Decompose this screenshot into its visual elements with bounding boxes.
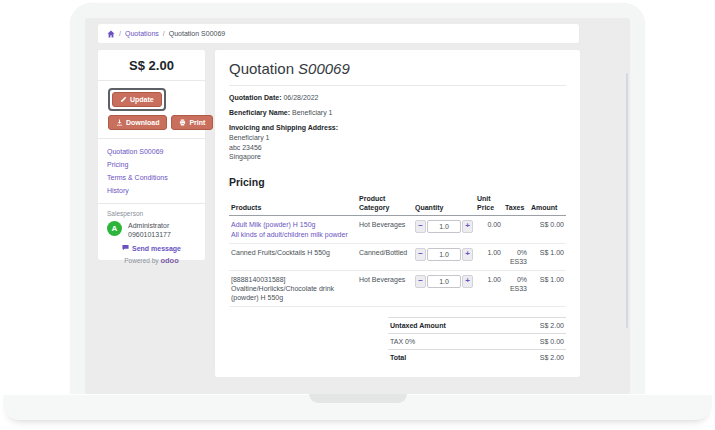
- total-label: Total: [390, 354, 406, 361]
- laptop-frame: / Quotations / Quotation S00069 S$ 2.00 …: [70, 3, 645, 395]
- sidebar: S$ 2.00 Update: [98, 50, 205, 260]
- col-amount: Amount: [529, 191, 566, 216]
- breadcrumb-separator: /: [163, 30, 165, 37]
- avatar: A: [107, 221, 122, 236]
- table-row: [8888140031588] Ovaltine/Horlicks/Chocol…: [229, 270, 566, 306]
- col-products: Products: [229, 191, 357, 216]
- sidebar-item-quotation[interactable]: Quotation S00069: [107, 145, 196, 158]
- product-category: Canned/Bottled: [357, 243, 413, 270]
- unit-price: 0.00: [475, 215, 503, 243]
- taxes: [503, 215, 529, 243]
- sidebar-nav: Quotation S00069 Pricing Terms & Conditi…: [98, 139, 205, 204]
- quantity-increase-button[interactable]: +: [462, 275, 473, 288]
- col-unit-price: Unit Price: [475, 191, 503, 216]
- update-button[interactable]: Update: [112, 92, 162, 107]
- product-name: [8888140031588] Ovaltine/Horlicks/Chocol…: [229, 270, 357, 306]
- quotation-date-label: Quotation Date:: [229, 94, 282, 101]
- unit-price: 1.00: [475, 270, 503, 306]
- beneficiary-name: Beneficiary Name: Beneficiary 1: [229, 109, 566, 116]
- amount: S$ 1.00: [529, 243, 566, 270]
- update-button-label: Update: [130, 96, 154, 103]
- product-link[interactable]: Adult Milk (powder) H 150g: [231, 221, 315, 228]
- quantity-input[interactable]: [427, 220, 461, 233]
- product-category: Hot Beverages: [357, 215, 413, 243]
- send-message-label: Send message: [132, 245, 181, 252]
- totals-section: Untaxed Amount S$ 2.00 TAX 0% S$ 0.00 To…: [388, 317, 566, 365]
- address-line: Beneficiary 1: [229, 133, 566, 143]
- breadcrumb-link-quotations[interactable]: Quotations: [125, 30, 159, 37]
- total-value: S$ 2.00: [540, 354, 564, 361]
- chat-bubble-icon: [122, 244, 129, 252]
- update-button-highlight: Update: [108, 88, 166, 111]
- download-button-label: Download: [126, 119, 159, 126]
- quantity-stepper: − +: [415, 220, 473, 233]
- powered-by-text: Powered by: [124, 257, 158, 264]
- scrollbar[interactable]: [626, 73, 628, 328]
- send-message-link[interactable]: Send message: [107, 244, 196, 252]
- odoo-logo[interactable]: odoo: [160, 256, 178, 265]
- unit-price: 1.00: [475, 243, 503, 270]
- print-button[interactable]: Print: [171, 115, 213, 130]
- quantity-decrease-button[interactable]: −: [415, 248, 426, 261]
- sidebar-item-terms[interactable]: Terms & Conditions: [107, 171, 196, 184]
- quantity-stepper: − +: [415, 275, 473, 288]
- total-row: Total S$ 2.00: [388, 349, 566, 365]
- breadcrumb-current: Quotation S00069: [169, 30, 225, 37]
- printer-icon: [179, 119, 186, 126]
- quantity-increase-button[interactable]: +: [462, 248, 473, 261]
- home-icon[interactable]: [107, 30, 115, 38]
- download-button[interactable]: Download: [108, 115, 167, 130]
- tax-label: TAX 0%: [390, 338, 415, 345]
- breadcrumb: / Quotations / Quotation S00069: [98, 24, 579, 43]
- quantity-decrease-button[interactable]: −: [415, 275, 426, 288]
- quantity-increase-button[interactable]: +: [462, 220, 473, 233]
- sidebar-item-pricing[interactable]: Pricing: [107, 158, 196, 171]
- product-name: Canned Fruits/Cocktails H 550g: [229, 243, 357, 270]
- product-category: Hot Beverages: [357, 270, 413, 306]
- untaxed-amount-value: S$ 2.00: [540, 322, 564, 329]
- product-description: All kinds of adult/children milk powder: [231, 230, 355, 239]
- quantity-input[interactable]: [427, 275, 461, 288]
- laptop-notch: [309, 394, 407, 403]
- sidebar-actions: Update Download: [98, 81, 205, 139]
- page-title: QuotationS00069: [229, 60, 566, 86]
- salesperson-name: Administrator: [128, 221, 171, 230]
- shipping-address: Invoicing and Shipping Address: Benefici…: [229, 124, 566, 162]
- amount: S$ 1.00: [529, 270, 566, 306]
- col-taxes: Taxes: [503, 191, 529, 216]
- col-quantity: Quantity: [413, 191, 475, 216]
- address-line: abc 23456: [229, 143, 566, 153]
- quotation-date-value: 06/28/2022: [283, 94, 318, 101]
- title-prefix: Quotation: [229, 60, 294, 77]
- tax-row: TAX 0% S$ 0.00: [388, 333, 566, 349]
- col-product-category: Product Category: [357, 191, 413, 216]
- untaxed-amount-row: Untaxed Amount S$ 2.00: [388, 317, 566, 333]
- address-line: Singapore: [229, 152, 566, 162]
- beneficiary-name-label: Beneficiary Name:: [229, 109, 290, 116]
- quantity-stepper: − +: [415, 248, 473, 261]
- quotation-document: QuotationS00069 Quotation Date: 06/28/20…: [215, 50, 580, 377]
- untaxed-amount-label: Untaxed Amount: [390, 322, 446, 329]
- quotation-date: Quotation Date: 06/28/2022: [229, 94, 566, 101]
- title-number: S00069: [298, 60, 350, 77]
- pencil-icon: [120, 96, 127, 103]
- beneficiary-name-value: Beneficiary 1: [292, 109, 332, 116]
- amount: S$ 0.00: [529, 215, 566, 243]
- download-icon: [116, 119, 123, 126]
- salesperson-label: Salesperson: [107, 210, 196, 217]
- pricing-table: Products Product Category Quantity Unit …: [229, 191, 566, 307]
- breadcrumb-separator: /: [119, 30, 121, 37]
- sidebar-item-history[interactable]: History: [107, 184, 196, 197]
- pricing-heading: Pricing: [229, 176, 566, 188]
- table-row: Canned Fruits/Cocktails H 550g Canned/Bo…: [229, 243, 566, 270]
- print-button-label: Print: [189, 119, 205, 126]
- table-row: Adult Milk (powder) H 150g All kinds of …: [229, 215, 566, 243]
- quotation-total-amount: S$ 2.00: [98, 50, 205, 81]
- quantity-decrease-button[interactable]: −: [415, 220, 426, 233]
- salesperson-section: Salesperson A Administrator 09601013177 …: [98, 204, 205, 260]
- tax-value: S$ 0.00: [540, 338, 564, 345]
- laptop-screen: / Quotations / Quotation S00069 S$ 2.00 …: [85, 18, 630, 395]
- page: / Quotations / Quotation S00069 S$ 2.00 …: [0, 0, 715, 430]
- quantity-input[interactable]: [427, 248, 461, 261]
- taxes: 0% ES33: [503, 243, 529, 270]
